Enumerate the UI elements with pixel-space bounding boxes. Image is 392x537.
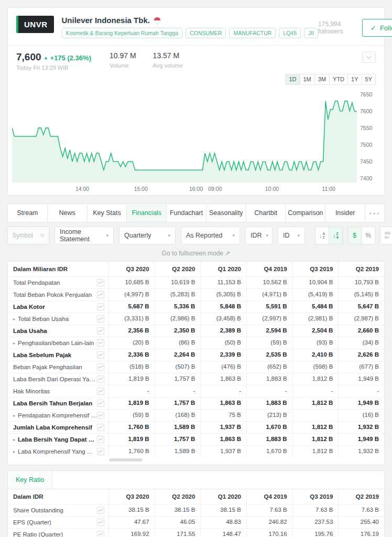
price-area-chart[interactable] (12, 90, 357, 182)
price-chart[interactable]: 76507600755075007450740014:0015:0016:000… (12, 90, 381, 195)
row-label[interactable]: ▸Laba Komprehensif Yang Dapat Di... (8, 446, 108, 457)
period-select[interactable]: Quarterly▾ (119, 227, 176, 244)
x-axis-tick: 09:00 (208, 186, 222, 192)
column-header: Q2 2019 (338, 262, 384, 276)
y-axis-tick: 7400 (360, 175, 380, 181)
range-button-5y[interactable]: 5Y (362, 74, 376, 85)
table-cell: (20) B (108, 337, 155, 349)
report-type-select[interactable]: As Reported▾ (181, 227, 240, 244)
decrease-decimal-button[interactable]: .0000↩ (380, 227, 392, 244)
ticker-symbol: UNVR (24, 20, 48, 29)
more-tabs-icon[interactable]: ●●● (365, 203, 385, 222)
chart-toggle-icon[interactable] (97, 519, 104, 526)
sector-tag[interactable]: LQ45 (279, 28, 301, 38)
statement-select[interactable]: Income Statement▾ (55, 227, 114, 244)
sector-tag[interactable]: JII (304, 28, 318, 38)
row-label[interactable]: ▸Pendapatan Komprehensif Lain (8, 410, 108, 421)
table-cell: 10,562 B (246, 277, 292, 288)
fullscreen-link[interactable]: Go to fullscreen mode ↗ (7, 250, 385, 257)
row-label[interactable]: ▸Total Beban Usaha (8, 313, 108, 325)
chart-toggle-icon[interactable] (97, 363, 104, 371)
row-label: Laba Bersih Tahun Berjalan (8, 398, 108, 409)
scrollbar-thumb[interactable] (109, 458, 143, 461)
table-row: Share Outstanding38.15 B38.15 B38.15 B7.… (8, 504, 384, 516)
chart-toggle-icon[interactable] (97, 507, 104, 514)
chart-toggle-icon[interactable] (97, 448, 104, 455)
table-cell: (598) B (292, 361, 339, 373)
chart-toggle-icon[interactable] (97, 412, 104, 419)
chart-toggle-icon[interactable] (97, 388, 104, 395)
table-cell: 1,760 B (108, 446, 155, 457)
currency-select[interactable]: IDR▾ (245, 227, 273, 244)
row-label[interactable]: ▸Penghasilan/beban Lain-lain (8, 337, 108, 349)
chart-toggle-icon[interactable] (97, 424, 104, 431)
tab-news[interactable]: News (47, 203, 88, 222)
table-cell: 169.92 (108, 529, 155, 537)
column-header: Q3 2020 (108, 262, 155, 276)
following-button[interactable]: ✓ Following (362, 19, 392, 37)
chart-toggle-icon[interactable] (97, 291, 104, 298)
table-cell: 38.15 B (200, 504, 246, 516)
table-cell: (50) B (200, 337, 246, 349)
chart-toggle-icon[interactable] (97, 327, 104, 335)
tab-stream[interactable]: Stream (7, 203, 48, 222)
percent-value-toggle[interactable]: % (361, 227, 375, 244)
tab-key-stats[interactable]: Key Stats (87, 203, 127, 222)
followers-count: 175,994 followers (318, 20, 355, 35)
sort-descending-button[interactable]: ↓ ZA (329, 227, 343, 244)
range-button-1m[interactable]: 1M (300, 74, 315, 85)
sort-ascending-button[interactable]: ↓ AZ (315, 227, 329, 244)
tab-financials[interactable]: Financials (126, 203, 167, 222)
table-cell: 1,819 B (108, 373, 155, 385)
quote-expand-button[interactable] (362, 51, 376, 63)
volume-label: Volume (110, 62, 136, 69)
chart-toggle-icon[interactable] (97, 315, 104, 323)
x-axis-tick: 10:00 (265, 186, 279, 192)
table-row: Beban Pajak Penghasilan(518) B(507) B(47… (8, 361, 384, 373)
tab-seasonality[interactable]: Seasonality (206, 203, 246, 222)
row-label[interactable]: ▸Laba Bersih Yang Dapat Diatribu... (8, 434, 108, 445)
tab-insider[interactable]: Insider (325, 203, 365, 222)
sector-tag[interactable]: MANUFACTUR (229, 28, 276, 38)
chart-toggle-icon[interactable] (97, 351, 104, 359)
avg-volume-value: 13.57 M (153, 51, 183, 60)
currency-value-toggle[interactable]: $ (347, 227, 362, 244)
chart-toggle-icon[interactable] (97, 279, 104, 286)
tab-chartbit[interactable]: Chartbit (246, 203, 286, 222)
income-statement-card: Dalam Miliaran IDRQ3 2020Q2 2020Q1 2020Q… (7, 261, 385, 465)
range-button-ytd[interactable]: YTD (329, 74, 348, 85)
sector-tag[interactable]: CONSUMER (186, 28, 226, 38)
table-cell: (59) B (246, 337, 292, 349)
chevron-down-icon: ▾ (297, 233, 300, 238)
tab-comparison[interactable]: Comparison (285, 203, 325, 222)
language-select[interactable]: ID▾ (278, 227, 305, 244)
chart-toggle-icon[interactable] (97, 303, 104, 310)
chart-toggle-icon[interactable] (97, 339, 104, 347)
table-cell: (677) B (338, 361, 384, 373)
chart-range-buttons: 1D1M3MYTD1Y5Y (8, 72, 384, 85)
tab-fundachart[interactable]: Fundachart (166, 203, 206, 222)
table-cell: 2,350 B (155, 325, 201, 337)
column-header: Q3 2020 (108, 489, 155, 504)
sector-tag[interactable]: Kosmetik & Barang Keperluan Rumah Tangga (62, 28, 183, 38)
expand-arrow-icon: ▸ (13, 317, 15, 321)
symbol-search-box[interactable] (7, 227, 49, 244)
range-button-3m[interactable]: 3M (314, 74, 330, 85)
page: UNVR Unilever Indonesia Tbk. Kosmetik & … (0, 0, 392, 537)
chart-toggle-icon[interactable] (97, 400, 104, 407)
chart-toggle-icon[interactable] (97, 531, 104, 537)
table-cell: (4,971) B (246, 289, 292, 300)
table-cell: 1,863 B (200, 373, 246, 385)
x-axis-tick: 11:00 (322, 186, 335, 192)
table-cell: 48.83 (200, 517, 246, 528)
symbol-search-input[interactable] (12, 232, 40, 239)
row-label: Jumlah Laba Komprehensif (8, 422, 108, 433)
chevron-down-icon: ▾ (106, 233, 108, 238)
range-button-1y[interactable]: 1Y (347, 74, 362, 85)
table-cell: 5,336 B (155, 301, 201, 313)
range-button-1d[interactable]: 1D (285, 74, 300, 85)
chart-toggle-icon[interactable] (97, 375, 104, 383)
tab-key-ratio[interactable]: Key Ratio (8, 471, 52, 489)
chart-toggle-icon[interactable] (97, 436, 104, 443)
key-ratio-card: Key Ratio Dalam IDRQ3 2020Q2 2020Q1 2020… (7, 470, 385, 537)
